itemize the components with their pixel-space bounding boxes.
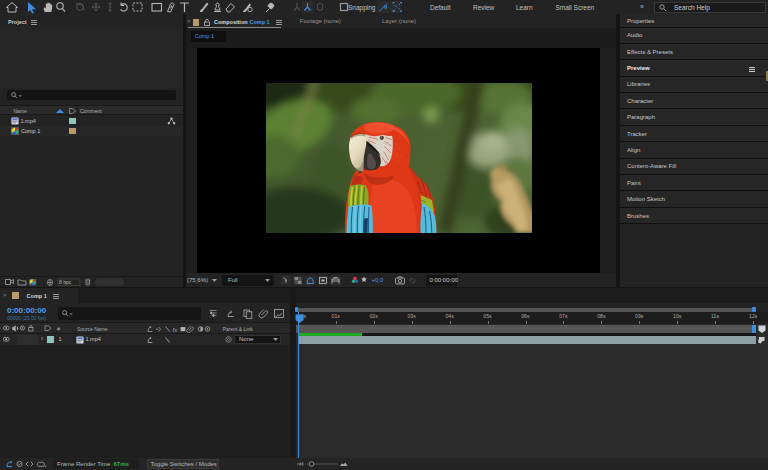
svg-text:fx: fx — [173, 326, 179, 332]
